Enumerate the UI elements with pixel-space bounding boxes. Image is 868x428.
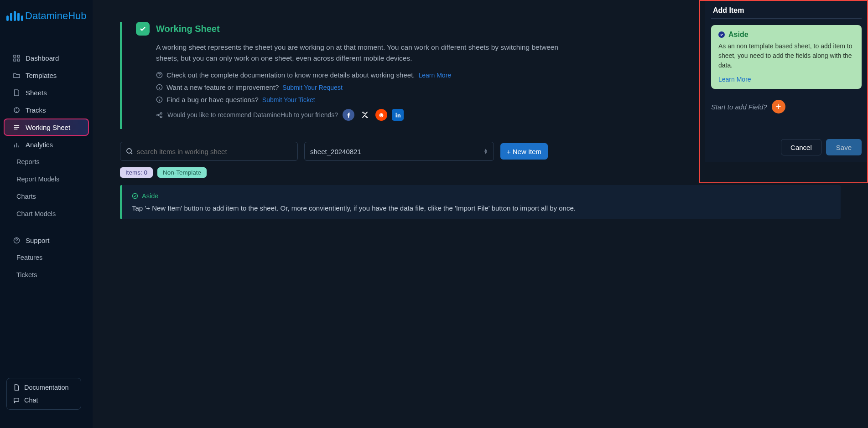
dialog-aside-title: Aside [728,31,748,39]
sidebar-item-label: Analytics [26,141,53,149]
sidebar-item-analytics[interactable]: Analytics [0,136,93,153]
documentation-label: Documentation [24,384,69,391]
sheet-select-value: sheet_20240821 [310,148,361,155]
submit-ticket-link[interactable]: Submit Your Ticket [262,96,315,103]
svg-rect-3 [17,59,20,61]
new-item-label: New Item [513,148,541,155]
linkedin-icon[interactable] [392,109,404,121]
svg-point-17 [127,149,131,153]
chevron-updown-icon: ▲▼ [483,149,488,154]
sidebar-item-label: Dashboard [26,54,59,62]
sidebar-item-label: Sheets [26,89,47,97]
svg-point-12 [379,113,384,118]
add-field-label: Start to add Field? [711,103,767,111]
sheet-icon [12,124,21,131]
share-text: Would you like to recommend DatamineHub … [167,111,338,119]
sidebar-item-label: Chart Models [16,210,56,217]
sidebar-item-charts[interactable]: Charts [0,188,93,205]
dialog-aside-box: Aside As an non template based sheet, to… [711,25,862,89]
sidebar-item-tracks[interactable]: Tracks [0,101,93,119]
sidebar-item-tickets[interactable]: Tickets [0,266,93,284]
search-icon [126,148,133,155]
add-field-button[interactable]: + [772,100,785,113]
app-logo: DatamineHub [0,10,93,22]
tags-row: Items: 0 Non-Template [120,167,841,178]
sidebar: DatamineHub Dashboard Templates Sheets T… [0,0,93,428]
target-icon [12,107,21,113]
info-text: Check out the complete documentation to … [166,71,415,79]
items-count-badge: Items: 0 [120,167,153,178]
sidebar-item-reports[interactable]: Reports [0,153,93,170]
sidebar-item-label: Templates [26,72,57,79]
sidebar-item-report-models[interactable]: Report Models [0,170,93,188]
x-twitter-icon[interactable] [359,109,371,121]
support-subnav: Features Tickets [0,249,93,284]
primary-nav: Dashboard Templates Sheets Tracks Workin… [0,49,93,153]
add-item-dialog: Add Item Aside As an non template based … [705,0,868,162]
sidebar-item-label: Report Models [16,175,59,183]
dialog-aside-body: As an non template based sheet, to add i… [718,41,854,70]
check-icon [136,22,150,36]
info-circle-icon [156,84,163,91]
file-icon [12,89,21,96]
check-circle-icon [718,31,725,38]
sheet-select[interactable]: sheet_20240821 ▲▼ [304,142,494,161]
check-circle-icon [132,193,138,199]
svg-point-10 [160,112,162,114]
reddit-icon[interactable] [375,109,387,121]
info-text: Find a bug or have questions? [166,96,259,103]
chat-icon [13,397,20,403]
svg-point-11 [160,116,162,118]
sidebar-bottom: Documentation Chat [6,378,81,410]
cancel-button[interactable]: Cancel [781,139,821,155]
info-circle-icon [156,96,163,103]
save-button[interactable]: Save [826,139,862,155]
sidebar-item-label: Reports [16,158,40,165]
svg-rect-15 [395,114,396,117]
page-title: Working Sheet [156,24,220,34]
chat-link[interactable]: Chat [13,394,74,407]
document-icon [13,384,20,391]
brand-name: DatamineHub [25,10,87,22]
aside-hint: Aside Tap '+ New Item' button to add ite… [120,185,841,219]
svg-rect-0 [13,55,16,57]
help-box: Documentation Chat [6,378,81,410]
help-circle-icon [156,72,163,78]
chat-label: Chat [24,397,38,404]
documentation-link[interactable]: Documentation [13,381,74,394]
plus-icon: + [507,148,511,155]
sidebar-item-support[interactable]: Support [0,232,93,249]
aside-body: Tap '+ New Item' button to add item to t… [132,204,831,212]
folder-icon [12,72,21,79]
aside-title: Aside [142,192,158,200]
sidebar-item-label: Support [26,237,50,244]
help-icon [12,237,21,244]
sidebar-item-working-sheet[interactable]: Working Sheet [4,119,89,136]
search-box[interactable] [120,142,298,161]
sidebar-item-label: Charts [16,193,36,200]
sidebar-item-features[interactable]: Features [0,249,93,266]
new-item-button[interactable]: + New Item [500,143,548,160]
svg-point-16 [395,113,396,113]
svg-point-14 [382,115,383,116]
sidebar-item-templates[interactable]: Templates [0,67,93,84]
svg-point-13 [380,115,381,116]
svg-point-9 [157,114,159,116]
facebook-icon[interactable] [343,109,354,121]
dialog-learn-more-link[interactable]: Learn More [718,76,751,83]
search-input[interactable] [137,148,292,155]
non-template-badge: Non-Template [157,167,207,178]
sidebar-item-dashboard[interactable]: Dashboard [0,49,93,67]
divider [711,18,862,19]
sidebar-item-label: Features [16,254,42,261]
sidebar-item-label: Tracks [26,106,46,114]
sidebar-item-label: Working Sheet [26,124,70,131]
learn-more-link[interactable]: Learn More [418,72,451,79]
submit-request-link[interactable]: Submit Your Request [282,84,343,91]
sidebar-item-sheets[interactable]: Sheets [0,84,93,101]
sidebar-item-label: Tickets [16,271,37,278]
sidebar-item-chart-models[interactable]: Chart Models [0,205,93,222]
info-text: Want a new feature or improvement? [166,83,279,91]
share-icon [156,112,163,119]
support-nav: Support [0,232,93,249]
